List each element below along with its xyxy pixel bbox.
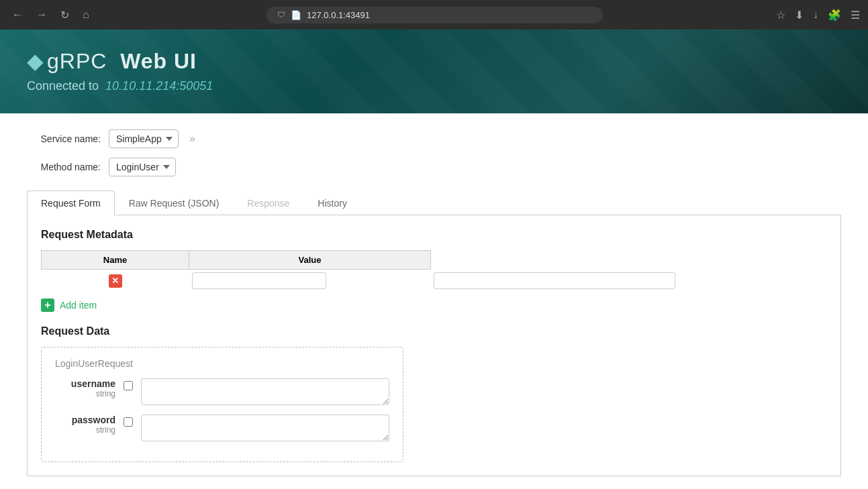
add-item-label[interactable]: Add item	[60, 300, 97, 311]
field-row-username: username string	[55, 378, 389, 405]
tab-request-form[interactable]: Request Form	[27, 191, 115, 215]
app-title: ◆gRPC Web UI	[27, 48, 841, 74]
add-item-button[interactable]: +	[41, 298, 54, 312]
field-label-password: password string	[55, 415, 115, 435]
ip-address: 10.10.11.214:50051	[105, 79, 213, 93]
delete-row-button[interactable]: ✕	[109, 274, 122, 288]
request-form-box: LoginUserRequest username string passwor…	[41, 347, 403, 462]
extension-icon[interactable]: 🧩	[828, 9, 841, 21]
metadata-value-input[interactable]	[434, 272, 675, 289]
field-type-password: string	[55, 425, 115, 435]
username-checkbox[interactable]	[124, 381, 133, 390]
connection-status: Connected to 10.10.11.214:50051	[27, 79, 841, 93]
bookmark-icon[interactable]: ☆	[776, 9, 785, 21]
app-header: ◆gRPC Web UI Connected to 10.10.11.214:5…	[0, 30, 868, 113]
password-checkbox[interactable]	[124, 417, 133, 427]
method-select[interactable]: LoginUser	[109, 158, 176, 176]
password-input[interactable]	[141, 415, 389, 441]
service-select[interactable]: SimpleApp	[109, 129, 179, 148]
add-item-row: + Add item	[41, 298, 827, 312]
diamond-icon: ◆	[27, 49, 44, 73]
menu-icon[interactable]: ☰	[851, 9, 860, 21]
double-arrow-icon: »	[189, 133, 195, 145]
page-icon: 📄	[291, 10, 301, 20]
pocket-icon[interactable]: ⬇	[795, 9, 804, 21]
metadata-table: Name Value ✕	[41, 250, 678, 292]
method-label: Method name:	[27, 162, 101, 172]
username-input[interactable]	[141, 378, 389, 405]
refresh-button[interactable]: ↻	[56, 6, 73, 24]
tabs-container: Request Form Raw Request (JSON) Response…	[27, 190, 841, 215]
request-data-title: Request Data	[41, 325, 827, 337]
name-input-cell	[189, 270, 431, 292]
content-panel: Request Metadata Name Value ✕	[27, 215, 841, 476]
back-button[interactable]: ←	[8, 6, 27, 23]
field-label-username: username string	[55, 378, 115, 398]
service-label: Service name:	[27, 133, 101, 144]
main-content: Service name: SimpleApp » Method name: L…	[0, 113, 868, 489]
value-input-cell	[431, 270, 678, 292]
tab-history[interactable]: History	[303, 191, 361, 215]
shield-icon: 🛡	[277, 10, 285, 19]
browser-actions: ☆ ⬇ ↓ 🧩 ☰	[776, 9, 860, 21]
field-name-username: username	[55, 378, 115, 389]
request-data-section: Request Data LoginUserRequest username s…	[41, 325, 827, 462]
address-bar-container: 🛡 📄 127.0.0.1:43491	[99, 7, 771, 23]
service-name-row: Service name: SimpleApp »	[27, 129, 841, 148]
metadata-name-input[interactable]	[192, 272, 326, 289]
delete-cell: ✕	[42, 270, 189, 292]
address-bar[interactable]: 🛡 📄 127.0.0.1:43491	[267, 7, 603, 23]
col-header-value: Value	[189, 251, 431, 270]
tab-raw-request[interactable]: Raw Request (JSON)	[115, 191, 234, 215]
home-button[interactable]: ⌂	[79, 6, 93, 23]
tab-response: Response	[233, 191, 303, 215]
browser-chrome: ← → ↻ ⌂ 🛡 📄 127.0.0.1:43491 ☆ ⬇ ↓ 🧩 ☰	[0, 0, 868, 30]
forward-button[interactable]: →	[32, 6, 51, 23]
field-type-username: string	[55, 389, 115, 398]
field-name-password: password	[55, 415, 115, 425]
url-text: 127.0.0.1:43491	[307, 10, 370, 20]
metadata-section-title: Request Metadata	[41, 229, 827, 241]
field-row-password: password string	[55, 415, 389, 441]
table-row: ✕	[42, 270, 678, 292]
download-icon[interactable]: ↓	[813, 9, 818, 21]
method-name-row: Method name: LoginUser	[27, 158, 841, 176]
col-header-name: Name	[42, 251, 189, 270]
request-type-label: LoginUserRequest	[55, 358, 389, 369]
